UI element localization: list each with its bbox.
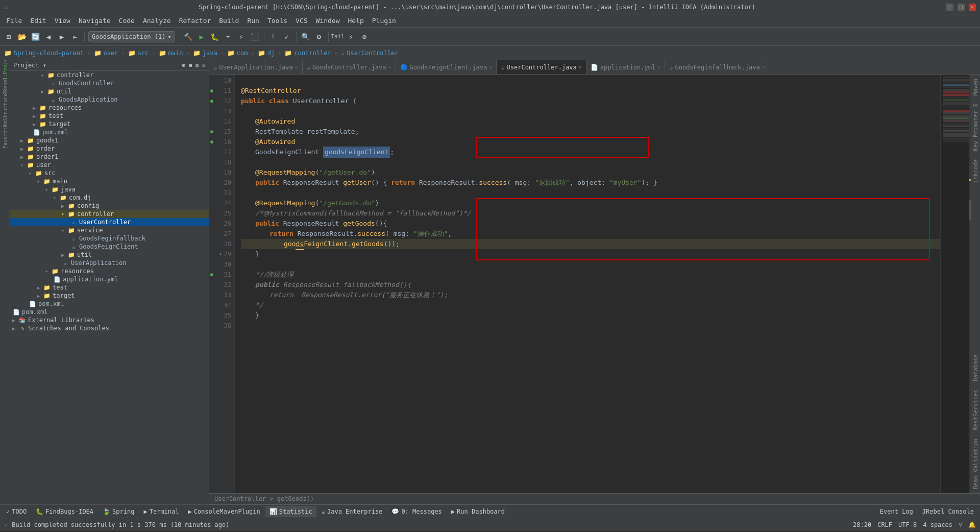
- menu-navigate[interactable]: Navigate: [75, 14, 115, 27]
- tree-item-external[interactable]: ▶ 📚 External Libraries: [10, 316, 209, 324]
- tree-item[interactable]: ▶ 📁 util: [10, 87, 209, 95]
- notification-icon[interactable]: 🔔: [968, 521, 976, 528]
- search-button[interactable]: 🔍: [300, 31, 311, 42]
- restservices-tool[interactable]: RestServices: [971, 385, 980, 434]
- tab-close-icon[interactable]: ✕: [657, 64, 660, 70]
- tree-item-service[interactable]: ▾ 📁 service: [10, 226, 209, 234]
- maximize-button[interactable]: □: [958, 4, 965, 11]
- run-button[interactable]: ▶: [196, 31, 207, 42]
- open-button[interactable]: 📂: [16, 31, 28, 42]
- tab-userapplication[interactable]: ☕ UserApplication.java ✕: [209, 60, 303, 74]
- tab-close-icon[interactable]: ✕: [762, 64, 765, 70]
- tree-item[interactable]: 📄 pom.xml: [10, 128, 209, 136]
- block-button[interactable]: ⊘: [359, 31, 370, 42]
- tab-applicationyml[interactable]: 📄 application.yml ✕: [586, 60, 665, 74]
- tab-terminal[interactable]: ▶ Terminal: [139, 506, 183, 517]
- minimize-button[interactable]: ─: [946, 4, 953, 11]
- tab-findbugs[interactable]: 🐛 FindBugs-IDEA: [32, 506, 97, 517]
- tree-item[interactable]: ☕ GoodsController: [10, 79, 209, 87]
- tab-goodscontroller[interactable]: ☕ GoodsController.java ✕: [303, 60, 396, 74]
- tree-item[interactable]: ▾ 📁 src: [10, 169, 209, 177]
- profile-button[interactable]: ⚡: [236, 31, 247, 42]
- tab-spring[interactable]: 🍃 Spring: [99, 506, 138, 517]
- tree-item[interactable]: 📄 application.yml: [10, 275, 209, 283]
- project-icon[interactable]: 1:Project: [1, 62, 9, 70]
- tree-item[interactable]: ▾ 📁 java: [10, 185, 209, 194]
- tree-item[interactable]: ☕ UserApplication: [10, 259, 209, 267]
- menu-vcs[interactable]: VCS: [291, 14, 311, 27]
- tab-messages[interactable]: 💬 0: Messages: [387, 506, 446, 517]
- settings-tree-icon[interactable]: ⚙: [195, 62, 199, 69]
- git-button[interactable]: ⑂: [268, 31, 279, 42]
- tab-javaenterprise[interactable]: ☕ Java Enterprise: [317, 506, 387, 517]
- key-promoter-tool[interactable]: Key Promoter X: [971, 100, 980, 155]
- tree-item[interactable]: ▶ 📁 util: [10, 251, 209, 259]
- coverage-button[interactable]: ☂: [223, 31, 234, 42]
- indent-display[interactable]: 4 spaces: [923, 521, 952, 528]
- tab-consolemaven[interactable]: ▶ ConsoleMavenPlugin: [184, 506, 264, 517]
- tree-item[interactable]: ☕ GoodsFeignClient: [10, 243, 209, 251]
- line-ending-display[interactable]: CRLF: [877, 521, 892, 528]
- tree-item[interactable]: ▶ 📁 test: [10, 283, 209, 292]
- tree-item[interactable]: 📄 pom.xml: [10, 308, 209, 316]
- tab-close-icon[interactable]: ✕: [388, 64, 391, 70]
- tree-item[interactable]: ▶ 📁 order: [10, 144, 209, 153]
- tree-item-scratches[interactable]: ▶ ✎ Scratches and Consoles: [10, 324, 209, 332]
- database-tool[interactable]: Database: [971, 350, 980, 385]
- tree-item[interactable]: ▶ 📁 test: [10, 112, 209, 120]
- tab-close-icon[interactable]: ✕: [295, 64, 298, 70]
- menu-help[interactable]: Help: [344, 14, 368, 27]
- project-view-button[interactable]: ⊞: [3, 31, 14, 42]
- close-tree-icon[interactable]: ✕: [202, 62, 206, 69]
- bean-validation-tool[interactable]: Bean Validation: [971, 434, 980, 493]
- tab-close-icon[interactable]: ✕: [579, 64, 582, 70]
- sync-button[interactable]: 🔄: [30, 31, 41, 42]
- maven-tool[interactable]: Maven: [971, 75, 980, 100]
- tree-item[interactable]: ☕ GoodsApplication: [10, 95, 209, 104]
- menu-view[interactable]: View: [51, 14, 75, 27]
- tree-item[interactable]: ▶ 📁 resources: [10, 104, 209, 112]
- power-button[interactable]: ⚡: [346, 31, 357, 42]
- navigate-button[interactable]: ⇤: [69, 31, 81, 42]
- menu-window[interactable]: Window: [312, 14, 344, 27]
- close-button[interactable]: ✕: [969, 4, 976, 11]
- tree-item[interactable]: ▶ 📁 target: [10, 292, 209, 300]
- menu-tools[interactable]: Tools: [263, 14, 291, 27]
- tree-item[interactable]: ▾ 📁 com.dj: [10, 194, 209, 202]
- tab-todo[interactable]: ✓ TODO: [2, 506, 31, 517]
- menu-run[interactable]: Run: [243, 14, 263, 27]
- tab-goodsfeignclient[interactable]: 🔵 GoodsFeignClient.java ✕: [396, 60, 497, 74]
- tree-item[interactable]: ▶ 📁 order1: [10, 153, 209, 161]
- stop-button[interactable]: ⬛: [249, 31, 260, 42]
- inkcode-tool[interactable]: inkcode: [971, 155, 980, 187]
- menu-edit[interactable]: Edit: [26, 14, 50, 27]
- debug-button[interactable]: 🐛: [209, 31, 220, 42]
- charset-display[interactable]: UTF-8: [898, 521, 917, 528]
- tree-item[interactable]: ▾ 📁 user: [10, 161, 209, 169]
- tab-close-icon[interactable]: ✕: [489, 64, 492, 70]
- menu-code[interactable]: Code: [115, 14, 139, 27]
- locate-icon[interactable]: ⊕: [182, 62, 185, 69]
- menu-build[interactable]: Build: [215, 14, 243, 27]
- collapse-icon[interactable]: ≡: [188, 62, 192, 69]
- jrebel-icon[interactable]: JRebel: [1, 82, 9, 90]
- tree-item[interactable]: 📄 pom.xml: [10, 300, 209, 308]
- tab-usercontroller[interactable]: ☕ UserController.java ✕: [497, 60, 586, 74]
- tree-item-controller[interactable]: ▾ 📁 controller: [10, 210, 209, 218]
- tree-item[interactable]: ▾ 📁 main: [10, 177, 209, 185]
- menu-file[interactable]: File: [2, 14, 26, 27]
- menu-analyze[interactable]: Analyze: [139, 14, 175, 27]
- tree-item[interactable]: ▶ 📁 goods1: [10, 136, 209, 144]
- run-config-dropdown[interactable]: GoodsApplication (1) ▾: [88, 31, 175, 42]
- menu-plugin[interactable]: Plugin: [368, 14, 400, 27]
- back-button[interactable]: ◀: [43, 31, 54, 42]
- commit-button[interactable]: ✓: [281, 31, 292, 42]
- tab-goodsfeginfallback[interactable]: ☕ GoodsFeginfallback.java ✕: [665, 60, 767, 74]
- tree-item[interactable]: ▶ 📁 target: [10, 120, 209, 128]
- structure-icon[interactable]: 2:Structure: [1, 106, 9, 114]
- tree-item-usercontroller[interactable]: ☕ UserController: [10, 218, 209, 226]
- tab-jrebelconsole[interactable]: JRebel Console: [918, 506, 978, 517]
- menu-refactor[interactable]: Refactor: [175, 14, 215, 27]
- tree-item[interactable]: ▶ 📁 config: [10, 202, 209, 210]
- forward-button[interactable]: ▶: [56, 31, 67, 42]
